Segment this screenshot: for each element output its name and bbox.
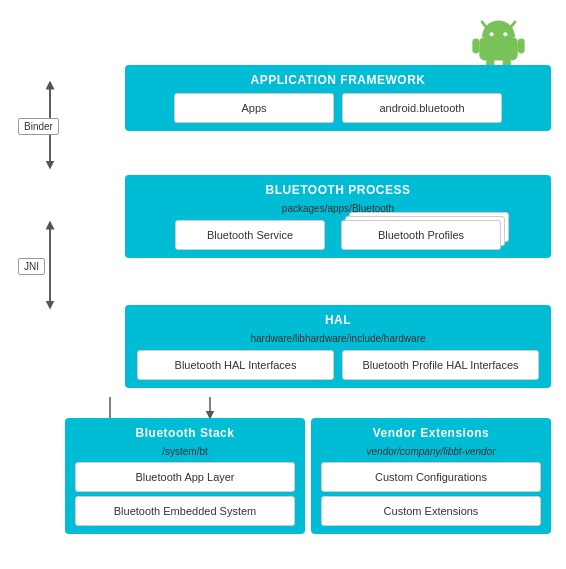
app-framework-title: APPLICATION FRAMEWORK [137,73,539,87]
hal-profile-interfaces-card: Bluetooth Profile HAL Interfaces [342,350,539,380]
svg-point-3 [490,32,494,36]
binder-label: Binder [18,118,59,135]
bt-stack-section: Bluetooth Stack /system/bt Bluetooth App… [65,418,305,534]
bt-embedded-system-card: Bluetooth Embedded System [75,496,295,526]
bt-stack-subtitle: /system/bt [75,446,295,457]
hal-subtitle: hardware/libhardware/include/hardware [137,333,539,344]
jni-label: JNI [18,258,45,275]
bt-stack-title: Bluetooth Stack [75,426,295,440]
hal-section: HAL hardware/libhardware/include/hardwar… [125,305,551,388]
custom-config-card: Custom Configurations [321,462,541,492]
bluetooth-profiles-card: Bluetooth Profiles [341,220,501,250]
android-bluetooth-card: android.bluetooth [342,93,502,123]
bt-process-title: BLUETOOTH PROCESS [137,183,539,197]
bt-app-layer-card: Bluetooth App Layer [75,462,295,492]
hal-title: HAL [137,313,539,327]
bt-process-section: BLUETOOTH PROCESS packages/apps/Bluetoot… [125,175,551,258]
svg-rect-0 [479,37,518,60]
custom-ext-card: Custom Extensions [321,496,541,526]
app-framework-section: APPLICATION FRAMEWORK Apps android.bluet… [125,65,551,131]
bluetooth-service-card: Bluetooth Service [175,220,325,250]
vendor-ext-subtitle: vendor/company/libbt-vendor [321,446,541,457]
svg-rect-6 [518,38,525,53]
bluetooth-profiles-stack: Bluetooth Profiles [341,220,501,250]
android-logo [471,15,526,70]
hal-interfaces-card: Bluetooth HAL Interfaces [137,350,334,380]
vendor-ext-title: Vendor Extensions [321,426,541,440]
svg-rect-5 [472,38,479,53]
svg-point-4 [503,32,507,36]
vendor-ext-section: Vendor Extensions vendor/company/libbt-v… [311,418,551,534]
apps-card: Apps [174,93,334,123]
